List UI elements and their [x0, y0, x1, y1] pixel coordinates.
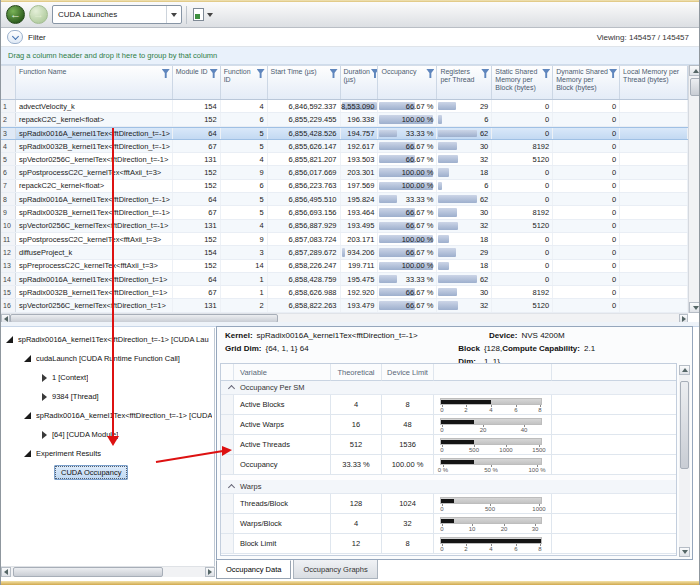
column-header[interactable]: Start Time (µs)	[268, 66, 341, 99]
filter-expander-button[interactable]	[7, 30, 23, 44]
table-row[interactable]: 8spRadix0016A_kernel1Tex<fftDirection_t=…	[1, 193, 688, 206]
column-header[interactable]: Function Name	[16, 66, 173, 99]
scroll-down-button[interactable]	[679, 547, 690, 557]
filter-funnel-icon[interactable]	[542, 69, 550, 78]
table-row[interactable]: 2repackC2C_kernel<float>15266,855,229.45…	[1, 113, 688, 126]
table-row[interactable]: 11spPostprocessC2C_kernelTex<fftAxii_t=3…	[1, 233, 688, 246]
filter-funnel-icon[interactable]	[330, 69, 338, 78]
tree-collapsed-icon[interactable]	[42, 374, 47, 382]
filter-funnel-icon[interactable]	[162, 69, 170, 78]
cell-value: 152	[204, 168, 217, 177]
tree-item[interactable]: 1 [Context]	[1, 368, 214, 387]
back-button[interactable]: ←	[6, 5, 25, 24]
tree-item[interactable]: spRadix0016A_kernel1Tex<fftDirection_t=-…	[1, 330, 214, 349]
tree-item[interactable]: spRadix0016A_kernel1Tex<fftDirection_t=-…	[1, 406, 214, 425]
variable-row[interactable]: Active Blocks4802468	[221, 395, 676, 415]
tree-item[interactable]: 9384 [Thread]	[1, 387, 214, 406]
forward-button[interactable]: →	[29, 5, 48, 24]
table-row[interactable]: 15spRadix0032B_kernel1Tex<fftDirection_t…	[1, 286, 688, 299]
column-header[interactable]: Static Shared Memory per Block (bytes)	[492, 66, 553, 99]
table-vertical-scrollbar[interactable]	[688, 65, 700, 313]
occupancy-cell: 66.67 %	[378, 140, 437, 152]
filter-funnel-icon[interactable]	[609, 69, 617, 78]
data-bar	[379, 195, 397, 203]
scrollbar-thumb[interactable]	[13, 567, 163, 577]
tab-occupancy-graphs[interactable]: Occupancy Graphs	[293, 560, 377, 579]
scroll-down-button[interactable]	[689, 302, 700, 313]
filter-funnel-icon[interactable]	[257, 69, 265, 78]
tree-collapsed-icon[interactable]	[42, 393, 47, 401]
column-header[interactable]: Local Memory per Thread (bytes)	[620, 66, 688, 99]
column-header[interactable]: Module ID	[173, 66, 221, 99]
collapse-chevron-icon[interactable]	[228, 385, 235, 392]
table-row[interactable]: 7repackC2C_kernel<float>15266,856,223.76…	[1, 180, 688, 193]
column-header[interactable]: Duration (µs)	[341, 66, 379, 99]
variable-row[interactable]: Active Warps164802040	[221, 415, 676, 435]
device-limit-column-header[interactable]: Device Limit	[382, 364, 434, 381]
variable-row[interactable]: Occupancy33.33 %100.00 %0 %50 %100 %	[221, 455, 676, 475]
column-header[interactable]: Registers per Thread	[437, 66, 492, 99]
column-header[interactable]: Occupancy	[378, 66, 437, 99]
table-row[interactable]: 6spPostprocessC2C_kernelTex<fftAxii_t=3>…	[1, 166, 688, 179]
table-row[interactable]: 12diffuseProject_k15436,857,289.672934.2…	[1, 246, 688, 259]
function-id-cell: 5	[221, 140, 268, 152]
variable-group-header[interactable]: Warps	[221, 480, 676, 494]
variable-row[interactable]: Threads/Block128102405001000	[221, 494, 676, 514]
filter-funnel-icon[interactable]	[210, 69, 218, 78]
table-row[interactable]: 5spVector0256C_kernelTex<fftDirection_t=…	[1, 153, 688, 166]
tree-expanded-icon[interactable]	[6, 336, 13, 343]
row-number: 4	[1, 140, 16, 152]
table-row[interactable]: 4spRadix0032B_kernel1Tex<fftDirection_t=…	[1, 140, 688, 153]
filter-funnel-icon[interactable]	[481, 69, 489, 78]
variable-row[interactable]: Block Limit12802468	[221, 534, 676, 554]
filter-funnel-icon[interactable]	[426, 69, 434, 78]
scrollbar-thumb[interactable]	[680, 381, 689, 469]
tree-horizontal-scrollbar[interactable]	[1, 566, 215, 577]
tree-item[interactable]: CUDA Occupancy	[1, 463, 214, 482]
table-row[interactable]: 3spRadix0016A_kernel1Tex<fftDirection_t=…	[1, 127, 688, 140]
nsight-analysis-window: ← → CUDA Launches Filter Viewing: 145457…	[0, 0, 700, 585]
details-vertical-scrollbar[interactable]	[679, 365, 690, 557]
cell-value: 62	[480, 129, 488, 138]
scrollbar-thumb[interactable]	[690, 78, 700, 96]
tree-expanded-icon[interactable]	[24, 450, 31, 457]
tree-item[interactable]: [64] [CUDA Module]	[1, 425, 214, 444]
variable-name: Warps/Block	[234, 514, 331, 534]
tree-collapsed-icon[interactable]	[42, 431, 47, 439]
table-row[interactable]: 14spRadix0016A_kernel1Tex<fftDirection_t…	[1, 273, 688, 286]
tab-occupancy-data[interactable]: Occupancy Data	[216, 560, 291, 579]
dropdown-arrow-box[interactable]	[166, 6, 181, 23]
variable-row[interactable]: Warps/Block4320102030	[221, 514, 676, 534]
cell-value: 4	[259, 102, 263, 111]
table-row[interactable]: 16spVector0256C_kernelTex<fftDirection_t…	[1, 299, 688, 312]
table-row[interactable]: 10spVector0256C_kernelTex<fftDirection_t…	[1, 220, 688, 233]
group-by-bar[interactable]: Drag a column header and drop it here to…	[1, 47, 699, 65]
chart-tick-label: 0 %	[438, 467, 448, 473]
variable-row[interactable]: Active Threads5121536050010001500	[221, 435, 676, 455]
scroll-up-button[interactable]	[689, 65, 700, 76]
table-row[interactable]: 9spRadix0032B_kernel1Tex<fftDirection_t=…	[1, 206, 688, 219]
tree-item[interactable]: Experiment Results	[1, 444, 214, 463]
table-row[interactable]: 1advectVelocity_k15446,846,592.3378,553.…	[1, 100, 688, 113]
table-horizontal-scrollbar[interactable]	[1, 313, 688, 322]
collapse-chevron-icon[interactable]	[228, 484, 235, 491]
cell-value: 0	[545, 168, 549, 177]
view-selector-dropdown[interactable]: CUDA Launches	[52, 5, 182, 24]
tree-expanded-icon[interactable]	[24, 355, 31, 362]
chart-tick-label: 2	[464, 546, 467, 552]
tree-item[interactable]: cudaLaunch [CUDA Runtime Function Call]	[1, 349, 214, 368]
scroll-right-button[interactable]	[205, 567, 215, 577]
tree-expanded-icon[interactable]	[24, 412, 31, 419]
table-row[interactable]: 13spPreprocessC2C_kernelTex<fftAxii_t=3>…	[1, 260, 688, 273]
filter-funnel-icon[interactable]	[371, 69, 378, 78]
theoretical-column-header[interactable]: Theoretical	[331, 364, 382, 381]
column-header[interactable]: Function ID	[221, 66, 268, 99]
scroll-left-button[interactable]	[1, 567, 11, 577]
export-report-button[interactable]	[191, 6, 215, 23]
variable-group-header[interactable]: Occupancy Per SM	[221, 381, 676, 395]
cell-value: 6,857,083.724	[289, 235, 337, 244]
scroll-up-button[interactable]	[679, 365, 690, 375]
variable-column-header[interactable]: Variable	[234, 364, 331, 381]
column-header[interactable]: Dynamic Shared Memory per Block (bytes)	[553, 66, 620, 99]
cell-value: 0	[545, 102, 549, 111]
